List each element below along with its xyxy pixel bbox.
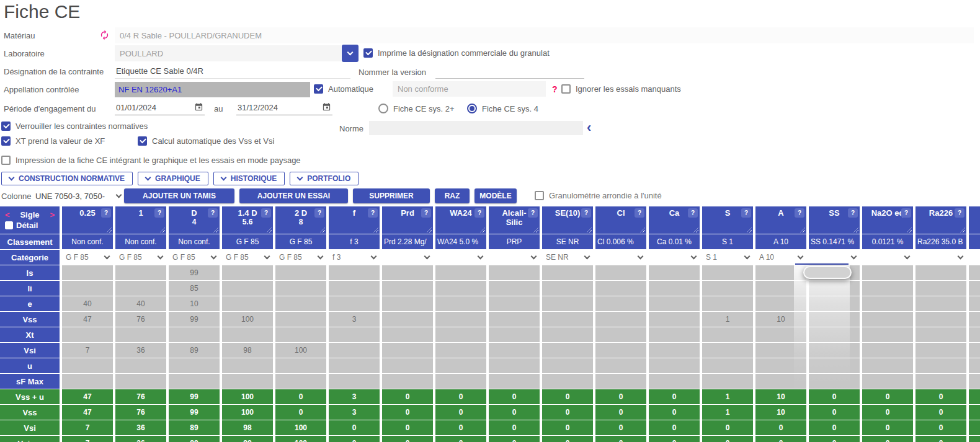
raz-button[interactable]: RAZ	[435, 188, 470, 203]
column-header-SE(10)[interactable]: SE(10)?	[542, 206, 593, 234]
value-cell[interactable]	[702, 343, 753, 358]
collapse-chevron-icon[interactable]: ‹	[587, 120, 591, 136]
value-cell[interactable]: 10	[169, 296, 220, 311]
value-cell[interactable]	[222, 327, 273, 342]
value-cell[interactable]	[862, 296, 913, 311]
column-resize-handle[interactable]	[693, 228, 698, 232]
value-cell[interactable]	[62, 358, 113, 373]
value-cell[interactable]	[649, 265, 700, 280]
column-header-0.25[interactable]: 0.25?	[62, 206, 113, 234]
ignorer-checkbox[interactable]	[561, 84, 571, 94]
column-header-Ra226[interactable]: Ra226?	[915, 206, 966, 234]
categorie-select[interactable]: A 10	[755, 250, 806, 265]
value-cell[interactable]	[702, 281, 753, 296]
value-cell[interactable]	[862, 312, 913, 327]
value-cell[interactable]	[915, 358, 966, 373]
column-help-badge[interactable]: ?	[208, 208, 218, 218]
designation-input[interactable]: Etiquette CE Sable 0/4R	[115, 64, 350, 79]
column-help-badge[interactable]: ?	[901, 208, 911, 218]
value-cell[interactable]	[169, 327, 220, 342]
value-cell[interactable]: 99	[169, 312, 220, 327]
value-cell[interactable]	[489, 281, 540, 296]
value-cell[interactable]	[222, 281, 273, 296]
value-cell[interactable]	[489, 327, 540, 342]
value-cell[interactable]	[382, 374, 433, 389]
arrondie-checkbox[interactable]	[535, 191, 544, 200]
value-cell[interactable]: 99	[169, 265, 220, 280]
value-cell[interactable]	[862, 374, 913, 389]
value-cell[interactable]: 98	[222, 343, 273, 358]
value-cell[interactable]: 76	[115, 312, 166, 327]
value-cell[interactable]	[435, 265, 486, 280]
value-cell[interactable]	[222, 374, 273, 389]
laboratoire-input[interactable]: POULLARD	[115, 45, 341, 61]
column-header-Alcali-Silic[interactable]: Alcali-Silic?	[489, 206, 540, 234]
tab-construction-normative[interactable]: CONSTRUCTION NORMATIVE	[1, 172, 133, 185]
column-resize-handle[interactable]	[747, 228, 752, 232]
value-cell[interactable]	[329, 265, 380, 280]
non-conforme-input[interactable]: Non conforme	[393, 81, 546, 97]
categorie-select[interactable]	[649, 250, 700, 265]
column-help-badge[interactable]: ?	[154, 208, 164, 218]
value-cell[interactable]	[275, 281, 326, 296]
categorie-select[interactable]	[915, 250, 966, 265]
value-cell[interactable]: 85	[169, 281, 220, 296]
value-cell[interactable]	[862, 281, 913, 296]
value-cell[interactable]	[382, 358, 433, 373]
value-cell[interactable]	[489, 374, 540, 389]
value-cell[interactable]	[862, 327, 913, 342]
value-cell[interactable]	[862, 265, 913, 280]
categorie-select[interactable]	[382, 250, 433, 265]
help-question-icon[interactable]: ?	[552, 84, 558, 94]
column-resize-handle[interactable]	[213, 228, 218, 232]
value-cell[interactable]	[275, 374, 326, 389]
value-cell[interactable]	[329, 358, 380, 373]
column-help-badge[interactable]: ?	[421, 208, 431, 218]
categorie-select[interactable]	[862, 250, 913, 265]
value-cell[interactable]	[915, 327, 966, 342]
value-cell[interactable]	[275, 312, 326, 327]
value-cell[interactable]	[222, 358, 273, 373]
column-help-badge[interactable]: ?	[688, 208, 698, 218]
column-header-1.4 D[interactable]: 1.4 D5.6?	[222, 206, 273, 234]
calendar-icon[interactable]	[322, 102, 331, 113]
column-resize-handle[interactable]	[160, 228, 165, 232]
categorie-select[interactable]	[809, 250, 860, 265]
column-help-badge[interactable]: ?	[528, 208, 538, 218]
tab-historique[interactable]: HISTORIQUE	[213, 172, 285, 185]
periode-to-input[interactable]: 31/12/2024	[236, 100, 332, 115]
value-cell[interactable]	[915, 265, 966, 280]
value-cell[interactable]	[649, 312, 700, 327]
value-cell[interactable]	[915, 374, 966, 389]
value-cell[interactable]	[489, 312, 540, 327]
column-header-SS[interactable]: SS?	[809, 206, 860, 234]
value-cell[interactable]	[382, 265, 433, 280]
value-cell[interactable]	[489, 358, 540, 373]
value-cell[interactable]	[169, 358, 220, 373]
value-cell[interactable]	[915, 343, 966, 358]
column-header-Cl[interactable]: Cl?	[595, 206, 646, 234]
value-cell[interactable]	[542, 374, 593, 389]
categorie-select[interactable]: f 3	[329, 250, 380, 265]
value-cell[interactable]: 7	[62, 343, 113, 358]
column-resize-handle[interactable]	[960, 228, 965, 232]
value-cell[interactable]: 47	[62, 312, 113, 327]
nommer-version-input[interactable]	[435, 64, 584, 79]
value-cell[interactable]	[382, 296, 433, 311]
value-cell[interactable]	[169, 374, 220, 389]
value-cell[interactable]	[915, 312, 966, 327]
value-cell[interactable]	[275, 296, 326, 311]
value-cell[interactable]	[435, 281, 486, 296]
value-cell[interactable]	[595, 312, 646, 327]
column-header-Ca[interactable]: Ca?	[649, 206, 700, 234]
supprimer-button[interactable]: SUPPRIMER	[353, 188, 430, 203]
column-resize-handle[interactable]	[853, 228, 858, 232]
column-header-f[interactable]: f?	[329, 206, 380, 234]
column-header-1[interactable]: 1?	[115, 206, 166, 234]
column-resize-handle[interactable]	[587, 228, 592, 232]
column-resize-handle[interactable]	[533, 228, 538, 232]
value-cell[interactable]	[649, 343, 700, 358]
value-cell[interactable]	[382, 327, 433, 342]
value-cell[interactable]	[489, 265, 540, 280]
value-cell[interactable]	[969, 296, 980, 311]
